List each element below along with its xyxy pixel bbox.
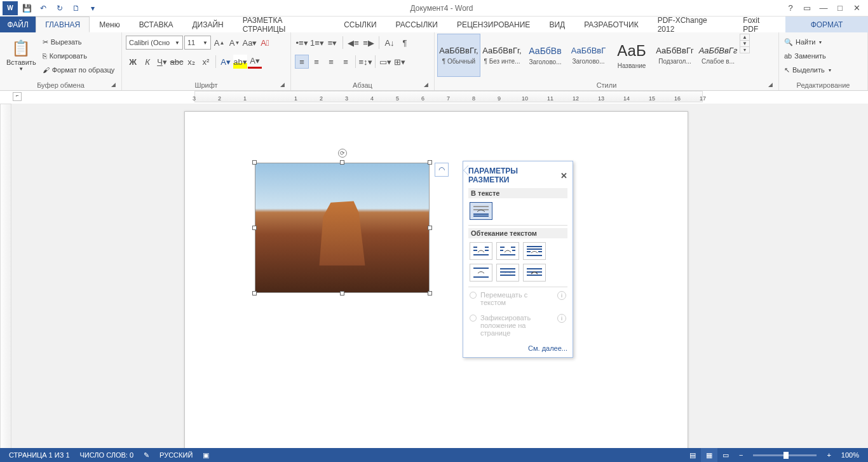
popup-close-button[interactable]: ✕ (560, 171, 567, 180)
resize-handle-tr[interactable] (428, 160, 432, 165)
status-words[interactable]: ЧИСЛО СЛОВ: 0 (75, 448, 139, 462)
tab-view[interactable]: ВИД (539, 17, 574, 32)
align-right-button[interactable]: ≡ (324, 55, 338, 69)
wrap-square[interactable] (470, 242, 492, 260)
line-spacing-button[interactable]: ≡↕▾ (358, 55, 372, 69)
resize-handle-bm[interactable] (340, 291, 344, 296)
tab-menu[interactable]: Меню (90, 17, 129, 32)
rotate-handle[interactable]: ⟳ (338, 149, 347, 158)
clear-format-button[interactable]: A⃠ (258, 36, 272, 50)
wrap-tight[interactable] (496, 242, 519, 260)
zoom-slider[interactable] (753, 454, 817, 456)
styles-gallery[interactable]: АаБбВвГг,¶ Обычный АаБбВвГг,¶ Без инте..… (437, 34, 740, 77)
word-icon[interactable]: W (3, 1, 18, 15)
popup-more-link[interactable]: См. далее... (468, 341, 567, 352)
bullets-button[interactable]: •≡▾ (295, 36, 309, 50)
vertical-ruler[interactable] (0, 104, 11, 451)
tab-mailings[interactable]: РАССЫЛКИ (386, 17, 447, 32)
save-button[interactable]: 💾 (19, 1, 34, 15)
increase-indent-button[interactable]: ≡▶ (362, 36, 376, 50)
cut-button[interactable]: ✂Вырезать (40, 35, 118, 49)
strike-button[interactable]: abc (170, 55, 184, 69)
ribbon-options-button[interactable]: ▭ (799, 1, 815, 15)
help-button[interactable]: ? (783, 1, 798, 15)
tab-design[interactable]: ДИЗАЙН (182, 17, 233, 32)
underline-button[interactable]: Ч▾ (155, 55, 169, 69)
font-color-button[interactable]: A▾ (248, 55, 262, 69)
tab-home[interactable]: ГЛАВНАЯ (36, 17, 90, 32)
wrap-inline[interactable] (470, 202, 492, 220)
qat-customize-button[interactable]: ▾ (85, 1, 100, 15)
status-proofing[interactable]: ✎ (139, 448, 154, 462)
styles-scroll[interactable]: ▲▼▾ (740, 34, 750, 53)
selected-image[interactable]: ⟳ ◠ (255, 163, 430, 293)
tab-layout[interactable]: РАЗМЕТКА СТРАНИЦЫ (233, 17, 334, 32)
style-heading2[interactable]: АаБбВвГЗаголово... (567, 34, 610, 77)
para-launcher[interactable]: ◢ (421, 81, 430, 90)
clipboard-launcher[interactable]: ◢ (109, 81, 118, 90)
numbering-button[interactable]: 1≡▾ (310, 36, 324, 50)
zoom-out-button[interactable]: − (734, 448, 748, 462)
bold-button[interactable]: Ж (126, 55, 140, 69)
style-title[interactable]: АаБНазвание (610, 34, 653, 77)
new-doc-button[interactable]: 🗋 (69, 1, 84, 15)
horizontal-ruler[interactable]: ⌐ 321 123 456 789 101112 131415 1617 (11, 91, 868, 102)
info-icon[interactable]: i (557, 314, 566, 323)
find-button[interactable]: 🔍Найти▾ (782, 35, 834, 49)
decrease-indent-button[interactable]: ◀≡ (346, 36, 360, 50)
view-print-button[interactable]: ▦ (701, 448, 717, 462)
resize-handle-mr[interactable] (428, 226, 432, 230)
justify-button[interactable]: ≡ (339, 55, 353, 69)
resize-handle-tm[interactable] (340, 160, 344, 165)
resize-handle-tl[interactable] (252, 160, 257, 165)
wrap-topbottom[interactable] (470, 264, 492, 282)
tab-selector[interactable]: ⌐ (13, 92, 22, 101)
show-marks-button[interactable]: ¶ (398, 36, 412, 50)
subscript-button[interactable]: x₂ (184, 55, 198, 69)
layout-options-button[interactable]: ◠ (435, 163, 449, 177)
status-language[interactable]: РУССКИЙ (154, 448, 198, 462)
style-heading1[interactable]: АаБбВвЗаголово... (524, 34, 567, 77)
zoom-level[interactable]: 100% (836, 448, 864, 462)
undo-button[interactable]: ↶ (36, 1, 51, 15)
tab-format[interactable]: ФОРМАТ (785, 17, 868, 32)
shading-button[interactable]: ▭▾ (378, 55, 392, 69)
tab-pdfxchange[interactable]: PDF-XChange 2012 (648, 17, 734, 32)
zoom-in-button[interactable]: + (822, 448, 836, 462)
shrink-font-button[interactable]: A▼ (227, 36, 241, 50)
resize-handle-ml[interactable] (252, 226, 257, 230)
tab-references[interactable]: ССЫЛКИ (334, 17, 386, 32)
resize-handle-bl[interactable] (252, 291, 257, 296)
resize-handle-br[interactable] (428, 291, 432, 296)
style-nospacing[interactable]: АаБбВвГг,¶ Без инте... (480, 34, 524, 77)
select-button[interactable]: ↖Выделить▾ (782, 63, 834, 77)
file-tab[interactable]: ФАЙЛ (0, 17, 36, 32)
tab-developer[interactable]: РАЗРАБОТЧИК (574, 17, 648, 32)
align-left-button[interactable]: ≡ (295, 55, 309, 69)
format-painter-button[interactable]: 🖌Формат по образцу (40, 63, 118, 77)
redo-button[interactable]: ↻ (52, 1, 67, 15)
close-button[interactable]: ✕ (849, 1, 864, 15)
view-web-button[interactable]: ▭ (717, 448, 734, 462)
font-launcher[interactable]: ◢ (278, 81, 287, 90)
align-center-button[interactable]: ≡ (309, 55, 323, 69)
borders-button[interactable]: ⊞▾ (393, 55, 407, 69)
style-subtle[interactable]: АаБбВвГгСлабое в... (696, 34, 740, 77)
replace-button[interactable]: abЗаменить (782, 49, 834, 63)
multilevel-button[interactable]: ≡▾ (325, 36, 339, 50)
copy-button[interactable]: ⎘Копировать (40, 49, 118, 63)
wrap-front[interactable] (523, 264, 546, 282)
text-effects-button[interactable]: A▾ (219, 55, 233, 69)
style-normal[interactable]: АаБбВвГг,¶ Обычный (437, 34, 480, 77)
tab-review[interactable]: РЕЦЕНЗИРОВАНИЕ (447, 17, 539, 32)
styles-launcher[interactable]: ◢ (766, 81, 775, 90)
view-read-button[interactable]: ▤ (684, 448, 701, 462)
status-page[interactable]: СТРАНИЦА 1 ИЗ 1 (4, 448, 75, 462)
tab-foxit[interactable]: Foxit PDF (733, 17, 785, 32)
sort-button[interactable]: A↓ (383, 36, 397, 50)
status-macro[interactable]: ▣ (198, 448, 214, 462)
grow-font-button[interactable]: A▲ (212, 36, 226, 50)
superscript-button[interactable]: x² (199, 55, 213, 69)
tab-insert[interactable]: ВСТАВКА (130, 17, 183, 32)
maximize-button[interactable]: □ (832, 1, 848, 15)
